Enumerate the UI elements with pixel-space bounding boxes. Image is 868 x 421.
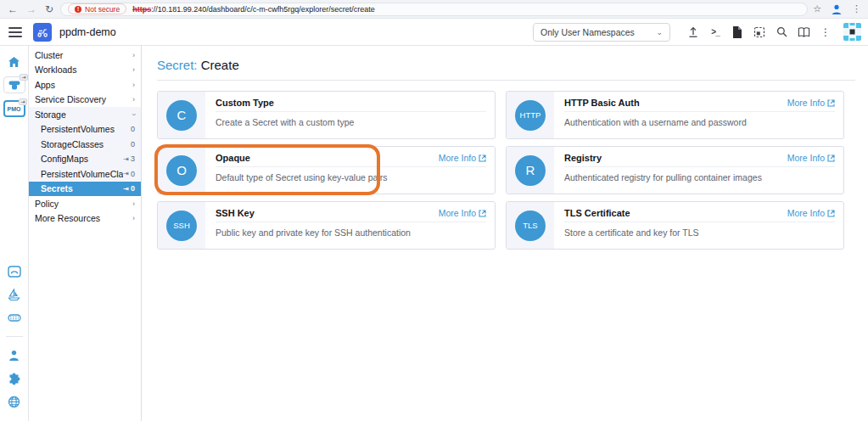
page-title: Secret: Create [142,46,868,72]
card-title: Custom Type [216,98,274,108]
more-info-label: More Info [787,153,825,163]
cluster-management-icon[interactable] [7,264,22,279]
docs-book-icon[interactable] [792,27,815,37]
chevron-icon: › [132,65,135,74]
chevron-icon: › [132,214,135,222]
more-info-link[interactable]: More Info [439,208,486,218]
fleet-icon[interactable] [7,287,22,302]
pin-icon: ⇥ [20,74,27,81]
sidebar-item-cluster[interactable]: Cluster › [29,48,141,63]
not-secure-icon: ! [75,6,81,13]
browser-menu-icon[interactable]: ⋮ [852,3,861,14]
external-link-icon [827,99,835,107]
more-info-link[interactable]: More Info [439,153,486,163]
resource-count: ⇥0 [123,170,135,178]
secret-type-icon: HTTP [515,100,546,131]
page: ← → ↻ ! Not secure https://10.181.99.240… [0,0,868,421]
sidebar-item-policy[interactable]: Policy › [29,196,141,211]
main-content: Secret: Create C Custom Type Create a Se… [142,46,868,421]
not-secure-badge[interactable]: ! Not secure [68,3,126,14]
namespaced-count-icon: ⇥ [123,185,129,193]
header-kebab-icon[interactable]: ⋮ [815,26,837,38]
secret-type-card-opaque[interactable]: O Opaque More Info Default type of Secre… [157,146,496,194]
kubectl-shell-icon[interactable]: >_ [704,27,726,36]
sidebar-item-configmaps[interactable]: ConfigMaps ⇥3 [29,152,141,167]
cluster-logo-icon[interactable] [33,23,52,42]
sidebar-nav: Cluster › Workloads › Apps › Service Dis… [29,46,142,421]
home-icon[interactable] [7,54,22,70]
sidebar-item-workloads[interactable]: Workloads › [29,63,141,78]
sidebar-item-storageclasses[interactable]: StorageClasses 0 [29,137,141,152]
title-divider [157,80,855,81]
bookmark-star-icon[interactable]: ☆ [813,3,821,14]
secret-type-card-http-basic-auth[interactable]: HTTP HTTP Basic Auth More Info Authentic… [506,91,844,139]
url-text: https://10.181.99.240/dashboard/c/c-m-cw… [132,5,375,14]
global-settings-icon[interactable] [7,394,22,409]
sidebar-item-more-resources[interactable]: More Resources › [29,211,141,227]
secret-type-icon: TLS [515,210,546,241]
not-secure-label: Not secure [85,5,120,14]
sidebar-item-persistentvolumeclaims[interactable]: PersistentVolumeClaims ⇥0 [29,166,141,182]
search-icon[interactable] [770,26,792,37]
secret-type-card-ssh-key[interactable]: SSH SSH Key More Info Public key and pri… [157,201,496,250]
card-description: Authentication with a username and passw… [564,112,835,127]
sidebar-item-persistentvolumes[interactable]: PersistentVolumes 0 [29,122,141,138]
card-title: HTTP Basic Auth [564,98,640,108]
browser-back-icon[interactable]: ← [8,3,18,15]
url-scheme: https [132,5,151,14]
address-bar[interactable]: ! Not secure https://10.181.99.240/dashb… [60,3,808,16]
resource-count: ⇥0 [123,184,135,193]
secret-type-card-registry[interactable]: R Registry More Info Authenticated regis… [506,146,844,194]
page-title-action: Create [201,58,239,72]
more-info-label: More Info [787,98,825,108]
card-description: Default type of Secret using key-value p… [216,167,486,182]
card-icon-box: O [158,147,205,194]
chevron-icon: › [132,95,135,104]
import-yaml-icon[interactable] [682,26,704,38]
card-icon-box: R [507,147,554,194]
card-title: Opaque [216,153,250,163]
sidebar-item-service-discovery[interactable]: Service Discovery › [29,93,141,108]
resource-count: 0 [131,125,135,133]
namespaced-count-icon: ⇥ [123,170,129,177]
more-info-link[interactable]: More Info [787,153,835,163]
chevron-icon: › [132,199,135,208]
card-title: SSH Key [216,208,255,218]
snapshot-copy-icon[interactable] [748,26,770,38]
secret-type-icon: O [166,155,197,186]
user-avatar[interactable] [843,23,861,41]
secret-type-card-custom-type[interactable]: C Custom Type Create a Secret with a cus… [157,91,496,139]
browser-profile-icon[interactable] [831,3,843,15]
sidebar-item-storage[interactable]: Storage › [29,107,141,122]
card-title: TLS Certificate [564,208,630,218]
external-link-icon [479,154,486,162]
external-link-icon [827,154,835,162]
extensions-icon[interactable] [7,371,22,386]
namespace-filter-value: Only User Namespaces [540,27,635,37]
card-title: Registry [564,153,602,163]
card-description: Public key and private key for SSH authe… [216,222,486,238]
more-info-link[interactable]: More Info [787,98,835,108]
card-description: Store a certificate and key for TLS [564,222,835,238]
chevron-icon: › [132,81,135,89]
secret-type-card-tls-certificate[interactable]: TLS TLS Certificate More Info Store a ce… [506,201,844,250]
virtualization-management-icon[interactable] [7,310,22,325]
namespace-filter-select[interactable]: Only User Namespaces ⌄ [533,23,670,42]
rail-cluster-pmo[interactable]: PMO ⇥ [3,100,25,117]
file-icon[interactable] [726,26,748,38]
main-menu-icon[interactable] [8,25,22,40]
more-info-label: More Info [787,208,825,218]
resource-count: ⇥3 [123,154,135,163]
rail-cluster-pmo-label: PMO [8,106,21,112]
chevron-icon: › [132,51,135,59]
users-authentication-icon[interactable] [7,348,22,363]
more-info-link[interactable]: More Info [787,208,835,218]
browser-refresh-icon[interactable]: ↻ [45,3,53,15]
secret-type-icon: R [515,155,546,186]
rail-cluster-local[interactable]: ⇥ [3,76,25,93]
pin-icon: ⇥ [19,98,26,105]
sidebar-item-apps[interactable]: Apps › [29,77,141,93]
external-link-icon [827,210,835,217]
browser-forward-icon[interactable]: → [26,3,36,15]
sidebar-item-secrets[interactable]: Secrets ⇥0 [29,182,141,197]
